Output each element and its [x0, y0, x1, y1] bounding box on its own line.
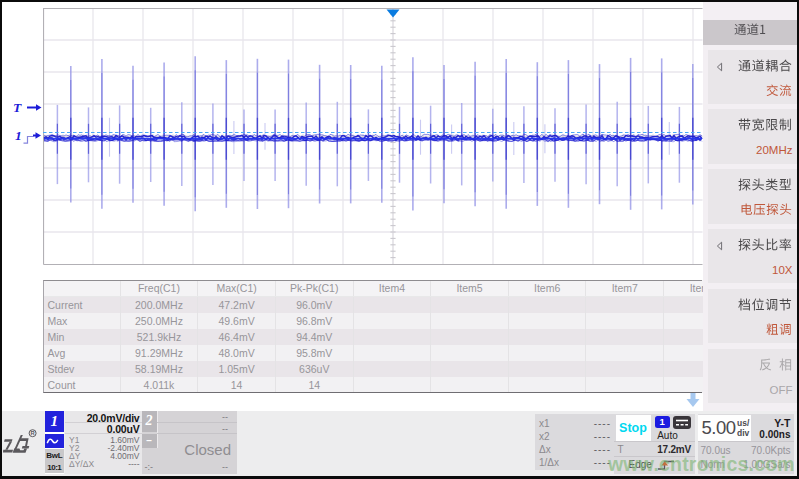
menu-item-2[interactable]: 20MHz	[708, 109, 797, 164]
timebase-box[interactable]: 5.00 us/ div	[698, 415, 751, 441]
cursor-readout-label: 1/Δx	[539, 457, 559, 468]
menu-item-value	[766, 84, 792, 98]
table-col-header: Item6	[508, 280, 586, 297]
table-cell: 250.0MHz	[120, 313, 198, 329]
channel1-offset-marker[interactable]: 1	[15, 128, 43, 144]
table-row-current: Current200.0MHz47.2mV96.0mV	[43, 297, 703, 314]
table-col-header: Item7	[586, 280, 664, 297]
table-cell: 48.0mV	[198, 345, 276, 361]
channel2-number-badge: 2	[142, 411, 157, 432]
channel2-scale: --	[222, 412, 228, 422]
zlg-logo: R	[0, 424, 40, 460]
table-cell: 91.29MHz	[120, 345, 198, 361]
table-cell: 636uV	[275, 361, 353, 377]
menu-item-expand-icon	[716, 62, 723, 72]
channel1-number-badge: 1	[45, 411, 65, 432]
table-row-label: Min	[43, 329, 121, 345]
table-cell	[586, 329, 664, 345]
cursor-readout-label: x2	[539, 431, 550, 442]
table-cell: 14	[198, 377, 276, 393]
cursor-readout-label: Δx	[539, 444, 551, 455]
channel-marker-arrow-icon	[23, 130, 43, 146]
table-cell	[508, 297, 586, 314]
table-cell: 14	[275, 377, 353, 393]
channel1-bandwidth-label: BwL	[45, 451, 65, 460]
table-row-label: Stdev	[43, 361, 121, 377]
table-scroll-down-arrow[interactable]	[686, 393, 700, 407]
table-col-header: Freq(C1)	[120, 280, 198, 297]
table-cell: 49.6mV	[198, 313, 276, 329]
table-cell: 4.011k	[120, 377, 198, 393]
timebase-delay: 0.00ns	[759, 429, 790, 440]
table-cell	[664, 313, 703, 329]
menu-item-value: 20MHz	[756, 143, 792, 157]
menu-item-4[interactable]: 10X	[708, 229, 797, 284]
table-cell: 521.9kHz	[120, 329, 198, 345]
channel2-info-block[interactable]: 2 – -- -- Closed -:- --	[142, 411, 238, 475]
menu-item-6[interactable]: OFF	[708, 349, 797, 404]
menu-item-expand-icon	[716, 241, 723, 251]
table-col-header: Max(C1)	[198, 280, 276, 297]
menu-item-label	[738, 118, 792, 132]
table-row-min: Min521.9kHz46.4mV94.4mV	[43, 329, 703, 345]
menu-item-value	[740, 203, 792, 217]
table-row-avg: Avg91.29MHz48.0mV95.8mV	[43, 345, 703, 361]
table-cell	[586, 313, 664, 329]
table-cell	[664, 361, 703, 377]
cursor-readout-row: 1/Δx----	[539, 457, 611, 468]
measurement-table: Freq(C1)Max(C1)Pk-Pk(C1)Item4Item5Item6I…	[43, 280, 703, 393]
table-col-header: Pk-Pk(C1)	[275, 280, 353, 297]
menu-item-label	[738, 59, 792, 73]
menu-item-1[interactable]	[708, 50, 797, 105]
sidebar-menu: 20MHz 10X OFF	[703, 2, 797, 411]
table-cell	[508, 345, 586, 361]
table-cell	[664, 329, 703, 345]
timebase-scale: 5.00	[702, 417, 736, 439]
run-state-indicator[interactable]: Stop	[616, 415, 651, 441]
table-cell	[508, 377, 586, 393]
table-cell	[353, 297, 431, 314]
table-cell	[508, 313, 586, 329]
trigger-marker-arrow-icon	[27, 103, 43, 112]
table-cell	[353, 377, 431, 393]
trigger-level-marker[interactable]: T	[13, 100, 43, 115]
table-cell	[431, 377, 509, 393]
cursor-readout-row: x1----	[539, 418, 611, 429]
cursor-readout-row: Δx----	[539, 444, 611, 455]
table-row-label: Current	[43, 297, 121, 314]
table-col-header	[43, 280, 121, 297]
menu-item-value: 10X	[772, 263, 792, 277]
trigger-sweep-mode: Auto	[647, 430, 689, 441]
table-cell	[664, 297, 703, 314]
table-col-header: Item5	[431, 280, 509, 297]
table-cell: 94.4mV	[275, 329, 353, 345]
channel-marker-label: 1	[15, 128, 22, 143]
waveform-display	[43, 8, 703, 265]
table-cell	[586, 361, 664, 377]
channel2-waveform-icon: –	[142, 434, 157, 449]
table-cell	[586, 377, 664, 393]
cursor-readout-row: x2----	[539, 431, 611, 442]
menu-item-5[interactable]	[708, 289, 797, 344]
table-cell	[353, 313, 431, 329]
timebase-unit: us/ div	[737, 418, 749, 438]
channel1-badge[interactable]: 1 BwL 10:1	[45, 411, 65, 475]
channel1-info-block[interactable]: 20.0mV/div 0.00uV Y11.60mVY2-2.40mVΔY4.0…	[65, 411, 143, 475]
menu-item-label	[738, 178, 792, 192]
table-col-header: Item8	[664, 280, 703, 297]
channel2-bottom-value: --	[222, 462, 228, 472]
menu-item-value	[766, 323, 792, 337]
table-col-header: Item4	[353, 280, 431, 297]
timebase-mode: Y-T	[774, 417, 790, 429]
table-cell: 200.0MHz	[120, 297, 198, 314]
menu-item-3[interactable]	[708, 169, 797, 224]
channel2-ratio: -:-	[145, 462, 154, 472]
cursor-label: ΔY/ΔX	[69, 459, 94, 469]
table-cell: 96.0mV	[275, 297, 353, 314]
table-cell: 46.4mV	[198, 329, 276, 345]
table-cell	[431, 297, 509, 314]
table-header-row: Freq(C1)Max(C1)Pk-Pk(C1)Item4Item5Item6I…	[43, 280, 703, 297]
table-cell	[508, 329, 586, 345]
trigger-marker-label: T	[13, 100, 21, 115]
frame-border-left	[0, 0, 2, 479]
